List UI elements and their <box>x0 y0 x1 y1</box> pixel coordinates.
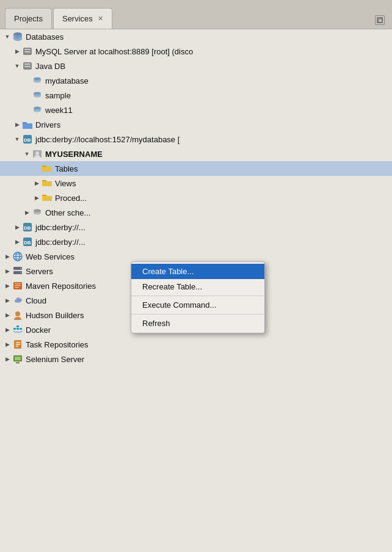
menu-separator-1 <box>131 296 264 296</box>
hudson-icon <box>12 310 23 321</box>
arrow-maven[interactable] <box>2 281 12 291</box>
svg-rect-7 <box>24 64 31 65</box>
tree-node-jdbc1[interactable]: DB jdbc:derby://localhost:1527/mydatabas… <box>0 132 392 147</box>
tree-node-jdbc3[interactable]: DB jdbc:derby://... <box>0 234 392 249</box>
tree-node-views[interactable]: Views <box>0 176 392 191</box>
tree-node-javadb[interactable]: Java DB <box>0 59 392 73</box>
arrow-week11 <box>22 105 32 115</box>
arrow-jdbc3[interactable] <box>12 237 22 247</box>
svg-text:DB: DB <box>24 240 31 245</box>
jdbc2-icon: DB <box>22 222 33 233</box>
tree-node-taskrepos[interactable]: Task Repositories <box>0 337 392 352</box>
tree-node-procedures[interactable]: Proced... <box>0 191 392 205</box>
week11-label: week11 <box>45 106 73 115</box>
svg-rect-35 <box>13 328 16 330</box>
arrow-jdbc1[interactable] <box>12 134 22 144</box>
menu-item-refresh-label: Refresh <box>142 319 170 328</box>
procedures-folder-icon <box>42 192 53 203</box>
svg-point-10 <box>34 92 41 95</box>
arrow-servers[interactable] <box>2 266 12 276</box>
tree-node-week11[interactable]: week11 <box>0 103 392 117</box>
arrow-mysql[interactable] <box>12 46 22 56</box>
myusername-icon <box>32 148 43 159</box>
arrow-otherschemas[interactable] <box>22 208 32 217</box>
svg-point-16 <box>34 209 41 212</box>
webservices-icon <box>12 251 23 262</box>
tree-node-tables[interactable]: Tables <box>0 161 392 176</box>
arrow-views[interactable] <box>32 178 42 188</box>
arrow-hudson[interactable] <box>2 310 12 320</box>
jdbc2-label: jdbc:derby://... <box>35 223 85 232</box>
docker-icon <box>12 324 23 335</box>
tab-projects-label: Projects <box>14 14 43 23</box>
menu-item-refresh[interactable]: Refresh <box>131 316 264 331</box>
tree-node-mysql[interactable]: MySQL Server at localhost:8889 [root] (d… <box>0 44 392 59</box>
arrow-docker[interactable] <box>2 325 12 335</box>
drivers-label: Drivers <box>35 120 60 129</box>
arrow-javadb[interactable] <box>12 61 22 71</box>
svg-rect-32 <box>15 285 21 286</box>
maven-icon <box>12 280 23 291</box>
arrow-databases[interactable] <box>2 32 12 42</box>
servers-icon <box>12 266 23 277</box>
tree-node-mydatabase[interactable]: mydatabase <box>0 73 392 88</box>
tab-services-label: Services <box>62 14 93 23</box>
tree-node-databases[interactable]: Databases <box>0 29 392 44</box>
window-restore-button[interactable] <box>375 15 385 25</box>
svg-rect-38 <box>20 328 22 330</box>
svg-rect-1 <box>379 19 382 23</box>
svg-point-29 <box>20 272 21 274</box>
svg-rect-4 <box>24 49 31 50</box>
servers-label: Servers <box>26 267 53 276</box>
cloud-label: Cloud <box>26 296 46 305</box>
arrow-myusername[interactable] <box>22 149 32 159</box>
svg-point-11 <box>34 107 41 110</box>
svg-rect-0 <box>377 18 382 23</box>
views-folder-icon <box>42 178 53 189</box>
arrow-jdbc2[interactable] <box>12 222 22 232</box>
arrow-selenium[interactable] <box>2 354 12 364</box>
javadb-label: Java DB <box>35 62 65 71</box>
arrow-cloud[interactable] <box>2 296 12 305</box>
svg-rect-33 <box>15 287 19 288</box>
tab-services[interactable]: Services ✕ <box>53 8 112 29</box>
otherschemas-label: Other sche... <box>45 208 90 217</box>
week11-db-icon <box>32 104 43 115</box>
tables-folder-icon <box>42 163 53 174</box>
arrow-taskrepos[interactable] <box>2 340 12 349</box>
menu-item-create-table-label: Create Table... <box>142 267 194 276</box>
menu-item-recreate-table-label: Recreate Table... <box>142 282 202 291</box>
svg-point-28 <box>20 268 21 269</box>
tab-projects[interactable]: Projects <box>5 8 52 29</box>
jdbc3-icon: DB <box>22 236 33 247</box>
menu-item-execute-command-label: Execute Command... <box>142 300 216 310</box>
arrow-webservices[interactable] <box>2 252 12 261</box>
taskrepos-label: Task Repositories <box>26 340 89 349</box>
arrow-tables <box>32 164 42 173</box>
databases-icon <box>12 31 23 42</box>
tree-node-drivers[interactable]: Drivers <box>0 117 392 132</box>
hudson-label: Hudson Builders <box>26 311 84 320</box>
databases-label: Databases <box>26 32 64 42</box>
arrow-procedures[interactable] <box>32 193 42 203</box>
tree-node-myusername[interactable]: MYUSERNAME <box>0 147 392 161</box>
menu-item-create-table[interactable]: Create Table... <box>131 264 264 279</box>
docker-label: Docker <box>26 325 51 335</box>
arrow-drivers[interactable] <box>12 120 22 129</box>
db-leaf-icon <box>32 75 43 86</box>
menu-item-execute-command[interactable]: Execute Command... <box>131 297 264 313</box>
tab-services-close[interactable]: ✕ <box>98 15 103 23</box>
procedures-label: Proced... <box>55 194 87 203</box>
tab-bar: Projects Services ✕ <box>0 0 392 29</box>
tree-node-jdbc2[interactable]: DB jdbc:derby://... <box>0 220 392 234</box>
selenium-label: Selenium Server <box>26 355 84 364</box>
svg-rect-45 <box>16 362 20 363</box>
tree-node-sample[interactable]: sample <box>0 88 392 103</box>
context-menu: Create Table... Recreate Table... Execut… <box>131 261 265 333</box>
tree-node-selenium[interactable]: Selenium Server <box>0 352 392 366</box>
tree-node-otherschemas[interactable]: Other sche... <box>0 205 392 220</box>
javadb-icon <box>22 60 33 71</box>
mydatabase-label: mydatabase <box>45 76 89 85</box>
svg-rect-8 <box>24 66 31 67</box>
menu-item-recreate-table[interactable]: Recreate Table... <box>131 279 264 294</box>
